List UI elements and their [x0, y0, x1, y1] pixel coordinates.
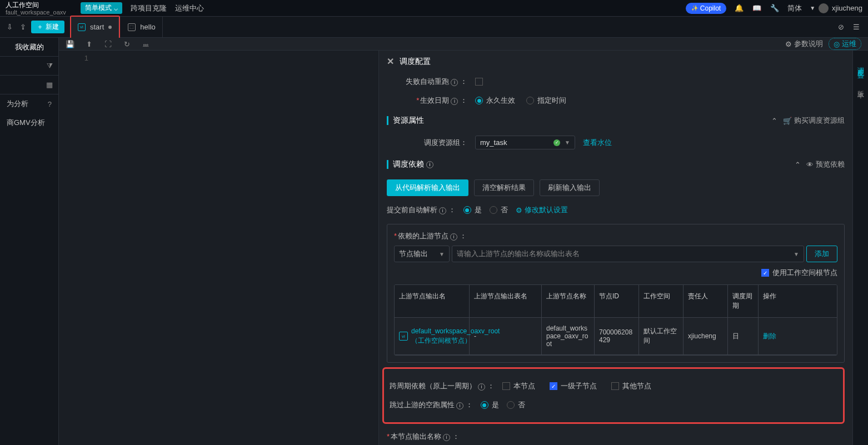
copilot-button[interactable]: Copilot — [686, 3, 726, 14]
sidebar-item-gmv[interactable]: 商GMV分析 — [0, 113, 58, 132]
dirty-dot-icon — [108, 26, 112, 29]
info-icon[interactable]: i — [478, 383, 485, 391]
th-owner: 责任人 — [684, 285, 728, 318]
import-icon[interactable]: ⇩ — [4, 22, 14, 32]
export-icon[interactable]: ⇪ — [18, 22, 28, 32]
node-type-icon: vi — [399, 332, 408, 341]
tab-type-icon: vi — [78, 23, 86, 31]
info-icon[interactable]: i — [451, 79, 458, 86]
tab-label: start — [90, 23, 104, 31]
parse-button[interactable]: 从代码解析输入输出 — [387, 179, 468, 196]
wrench-icon[interactable]: 🔧 — [770, 3, 780, 13]
cb-other-node[interactable] — [611, 382, 619, 390]
ops-link[interactable]: ◎ 运维 — [829, 38, 861, 50]
output-name-label: *本节点输出名称i ： — [387, 432, 460, 442]
auto-rerun-label: 失败自动重跑i ： — [387, 77, 467, 87]
cross-period-label: 跨周期依赖（原上一周期）i ： — [390, 381, 495, 391]
upstream-box: *依赖的上游节点i ： 节点输出 ▼ 请输入上游节点的输出名称或输出表名 ▼ 添… — [387, 224, 845, 363]
rtab-version[interactable]: 版本 — [856, 85, 865, 88]
radio-forever[interactable]: 永久生效 — [475, 96, 515, 106]
book-icon[interactable]: 📖 — [752, 3, 762, 13]
cb-self-node[interactable] — [502, 382, 510, 390]
commit-icon[interactable]: ⬆ — [84, 39, 93, 48]
code-editor[interactable] — [95, 51, 378, 445]
dependency-section-header[interactable]: 调度依赖 i ⌃ 👁 预览依赖 — [379, 154, 852, 175]
grid-view-icon[interactable]: ▦ — [0, 76, 58, 94]
close-icon[interactable]: ✕ — [387, 56, 394, 67]
language-selector[interactable]: 简体 — [787, 3, 802, 13]
new-button[interactable]: ＋ 新建 — [31, 21, 64, 33]
radio-skip-no[interactable]: 否 — [507, 400, 525, 410]
buy-resource-link[interactable]: 🛒 购买调度资源组 — [783, 116, 845, 126]
filter-icon[interactable]: ⧩ — [0, 57, 58, 76]
info-icon[interactable]: i — [443, 434, 450, 441]
radio-specific[interactable]: 指定时间 — [526, 96, 566, 106]
user-menu[interactable]: ▼ xjiucheng — [810, 3, 862, 13]
info-icon[interactable]: i — [451, 98, 458, 105]
delete-link[interactable]: 删除 — [763, 332, 776, 341]
rtab-schedule-config[interactable]: 调度配置 — [856, 62, 865, 68]
tab-label: hello — [140, 23, 155, 31]
radio-skip-yes[interactable]: 是 — [481, 400, 499, 410]
th-node-id: 节点ID — [595, 285, 639, 318]
view-level-link[interactable]: 查看水位 — [583, 138, 612, 148]
sidebar-favorites-tab[interactable]: 我收藏的 — [0, 38, 58, 57]
radio-yes[interactable]: 是 — [463, 205, 482, 215]
effective-date-label: *生效日期i ： — [387, 96, 467, 106]
tab-type-icon: ⬚ — [128, 23, 136, 31]
refresh-button[interactable]: 刷新输入输出 — [540, 179, 600, 196]
chevron-down-icon: ▼ — [439, 251, 445, 257]
deploy-icon[interactable]: ⛶ — [103, 39, 112, 48]
upstream-search-input[interactable]: 请输入上游节点的输出名称或输出表名 ▼ — [452, 246, 804, 262]
collapse-icon[interactable]: ⌃ — [771, 117, 777, 125]
th-node-name: 上游节点名称 — [542, 285, 595, 318]
table-row: vi default_workspace_oaxv_root（工作空间根节点） … — [395, 318, 837, 355]
workspace-subtitle: fault_workspace_oaxv — [6, 9, 72, 16]
add-button[interactable]: 添加 — [806, 246, 837, 262]
resource-group-select[interactable]: my_task ✓ ▼ — [475, 136, 575, 149]
info-icon[interactable]: i — [426, 161, 433, 168]
workspace-info: 人工作空间 fault_workspace_oaxv — [6, 1, 72, 16]
info-icon[interactable]: i — [439, 207, 446, 214]
tab-hello[interactable]: ⬚ hello — [121, 17, 162, 38]
help-icon[interactable]: ? — [48, 100, 52, 108]
radio-no[interactable]: 否 — [490, 205, 508, 215]
th-output-table: 上游节点输出表名 — [470, 285, 542, 318]
panel-title: 调度配置 — [400, 57, 431, 67]
refresh-icon[interactable]: ↻ — [122, 39, 131, 48]
resource-section-header[interactable]: 资源属性 ⌃ 🛒 购买调度资源组 — [379, 110, 852, 131]
info-icon[interactable]: i — [450, 233, 457, 241]
format-icon[interactable]: ⅏ — [141, 39, 150, 48]
modify-default-link[interactable]: ⚙ 修改默认设置 — [516, 205, 568, 215]
tab-start[interactable]: vi start — [71, 17, 119, 38]
topbar-link-clone[interactable]: 跨项目克隆 — [131, 3, 167, 13]
param-desc-link[interactable]: ⚙ 参数说明 — [785, 39, 823, 49]
output-type-select[interactable]: 节点输出 ▼ — [394, 246, 450, 262]
info-icon[interactable]: i — [456, 402, 463, 409]
resource-group-label: 调度资源组： — [387, 138, 467, 148]
skip-empty-label: 跳过上游的空跑属性i ： — [390, 400, 473, 410]
use-root-checkbox[interactable]: ✓ — [761, 269, 769, 277]
cross-period-highlight: 跨周期依赖（原上一周期）i ： 本节点 ✓一级子节点 其他节点 跳过上游的空跑属… — [382, 367, 845, 424]
mode-selector[interactable]: 简单模式 ⌵ — [81, 2, 122, 14]
chevron-down-icon: ▼ — [794, 251, 799, 257]
auto-rerun-checkbox[interactable] — [475, 78, 483, 86]
check-icon[interactable]: ⊘ — [836, 22, 846, 32]
bell-icon[interactable]: 🔔 — [734, 3, 744, 13]
th-output-name: 上游节点输出名 — [395, 285, 470, 318]
tab-highlight: vi start — [70, 16, 120, 39]
sidebar-item-analysis[interactable]: 为分析 ? — [0, 94, 58, 113]
save-icon[interactable]: 💾 — [66, 39, 74, 48]
config-panel: ✕ 调度配置 失败自动重跑i ： *生效日期i ： 永久生效 指定时间 — [378, 51, 852, 445]
chevron-down-icon: ▼ — [810, 5, 815, 11]
th-action: 操作 — [759, 285, 837, 318]
chevron-down-icon: ⌵ — [114, 4, 118, 12]
clear-button[interactable]: 清空解析结果 — [474, 179, 534, 196]
collapse-icon[interactable]: ⌃ — [795, 161, 801, 169]
th-period: 调度周期 — [728, 285, 759, 318]
preview-dep-link[interactable]: 👁 预览依赖 — [806, 159, 845, 169]
cb-first-child[interactable]: ✓ — [550, 382, 557, 390]
menu-icon[interactable]: ☰ — [851, 22, 861, 32]
right-tabs: 调度配置 版本 — [852, 51, 868, 445]
topbar-link-ops[interactable]: 运维中心 — [175, 3, 204, 13]
